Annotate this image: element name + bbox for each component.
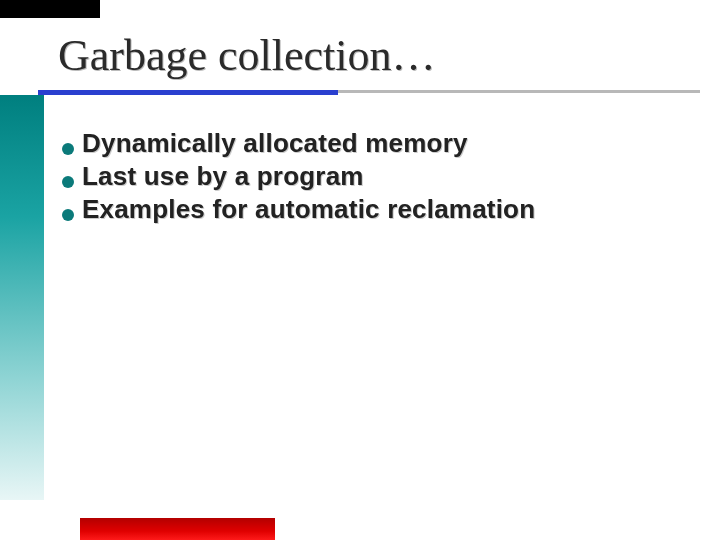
- bullet-icon: [62, 143, 74, 155]
- bullet-list: Dynamically allocated memory Last use by…: [62, 128, 662, 227]
- list-item: Dynamically allocated memory: [62, 128, 662, 159]
- bullet-icon: [62, 209, 74, 221]
- list-item: Examples for automatic reclamation: [62, 194, 662, 225]
- bullet-text: Last use by a program: [82, 161, 364, 192]
- title-area: Garbage collection…: [58, 30, 436, 81]
- title-underline-grey: [338, 90, 700, 93]
- title-underline-accent: [38, 90, 338, 95]
- side-gradient-bar: [0, 95, 44, 500]
- bottom-red-bar: [80, 518, 275, 540]
- bullet-text: Examples for automatic reclamation: [82, 194, 535, 225]
- list-item: Last use by a program: [62, 161, 662, 192]
- slide-title: Garbage collection…: [58, 30, 436, 81]
- bullet-icon: [62, 176, 74, 188]
- corner-black-block: [0, 0, 100, 18]
- bullet-text: Dynamically allocated memory: [82, 128, 468, 159]
